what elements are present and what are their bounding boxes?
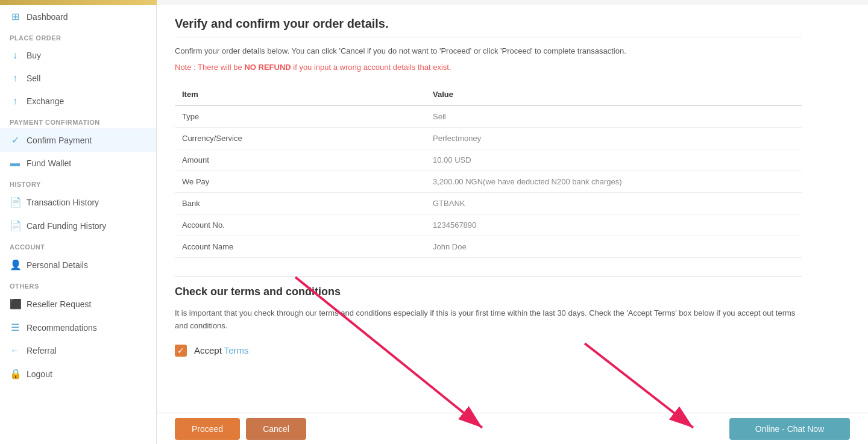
section-place-order: PLACE ORDER	[0, 28, 156, 44]
note-prefix: Note :	[175, 63, 198, 72]
sidebar-item-card-funding-history[interactable]: 📄 Card Funding History	[0, 214, 156, 237]
sidebar-item-personal-details[interactable]: 👤 Personal Details	[0, 253, 156, 277]
table-row: Currency/ServicePerfectmoney	[175, 128, 802, 149]
sidebar-dashboard-label: Dashboard	[27, 12, 68, 22]
chat-button[interactable]: Online - Chat Now	[729, 418, 850, 440]
table-row: TypeSell	[175, 105, 802, 128]
section-history: HISTORY	[0, 175, 156, 190]
note-text: Note : There will be NO REFUND if you in…	[175, 63, 802, 72]
grid-icon: ⊞	[10, 11, 20, 22]
sidebar-item-dashboard[interactable]: ⊞ Dashboard	[0, 5, 156, 28]
order-details-table: Item Value TypeSellCurrency/ServicePerfe…	[175, 84, 802, 258]
check-icon: ✓	[10, 134, 20, 146]
note-body: There will be	[198, 63, 244, 72]
person-icon: 👤	[10, 259, 20, 270]
cancel-button[interactable]: Cancel	[246, 418, 306, 440]
main-content: Verify and confirm your order details. C…	[157, 5, 868, 413]
sidebar-item-sell[interactable]: ↑ Sell	[0, 67, 156, 90]
section-account: ACCOUNT	[0, 237, 156, 253]
instruction-text: Confirm your order details below. You ca…	[175, 46, 802, 55]
terms-link[interactable]: Terms	[224, 345, 249, 355]
buy-arrow-icon: ↓	[10, 50, 20, 61]
lock-icon: 🔒	[10, 368, 20, 380]
terms-text: It is important that you check through o…	[175, 307, 802, 333]
recommendations-icon: ☰	[10, 322, 20, 333]
bottom-action-bar: Proceed Cancel Online - Chat Now	[157, 413, 868, 444]
sidebar-item-buy[interactable]: ↓ Buy	[0, 44, 156, 67]
sidebar-item-transaction-history[interactable]: 📄 Transaction History	[0, 190, 156, 214]
section-payment-confirmation: PAYMENT CONFIRMATION	[0, 113, 156, 128]
table-row: Account No.1234567890	[175, 214, 802, 236]
terms-title: Check our terms and conditions	[175, 286, 802, 298]
sidebar-item-exchange[interactable]: ↑ Exchange	[0, 90, 156, 113]
table-row: Amount10.00 USD	[175, 149, 802, 171]
accept-label: Accept Terms	[194, 345, 249, 355]
doc-icon-1: 📄	[10, 196, 20, 208]
table-header-value: Value	[426, 84, 802, 105]
sidebar-item-fund-wallet[interactable]: ▬ Fund Wallet	[0, 152, 156, 175]
checkmark-icon: ✓	[177, 346, 184, 355]
table-header-item: Item	[175, 84, 426, 105]
note-bold: NO REFUND	[244, 63, 291, 72]
page-title: Verify and confirm your order details.	[175, 17, 802, 31]
sidebar-item-referral[interactable]: ← Referral	[0, 339, 156, 362]
exchange-arrow-icon: ↑	[10, 96, 20, 107]
doc-icon-2: 📄	[10, 220, 20, 231]
accept-terms-row: ✓ Accept Terms	[175, 345, 802, 357]
sidebar-item-recommendations[interactable]: ☰ Recommendations	[0, 316, 156, 339]
referral-icon: ←	[10, 345, 20, 356]
sell-arrow-icon: ↑	[10, 73, 20, 84]
sidebar: ⊞ Dashboard PLACE ORDER ↓ Buy ↑ Sell ↑ E…	[0, 5, 157, 444]
table-row: We Pay3,200.00 NGN(we have deducted N200…	[175, 171, 802, 193]
sidebar-item-confirm-payment[interactable]: ✓ Confirm Payment	[0, 128, 156, 152]
accept-terms-checkbox[interactable]: ✓	[175, 345, 187, 357]
sidebar-item-reseller-request[interactable]: ⬛ Reseller Request	[0, 292, 156, 316]
sidebar-item-logout[interactable]: 🔒 Logout	[0, 362, 156, 386]
table-row: Account NameJohn Doe	[175, 236, 802, 258]
proceed-button[interactable]: Proceed	[175, 418, 240, 440]
reseller-icon: ⬛	[10, 298, 20, 310]
card-icon: ▬	[10, 158, 20, 169]
section-others: OTHERS	[0, 277, 156, 292]
note-suffix: if you input a wrong account details tha…	[293, 63, 451, 72]
table-row: BankGTBANK	[175, 193, 802, 214]
